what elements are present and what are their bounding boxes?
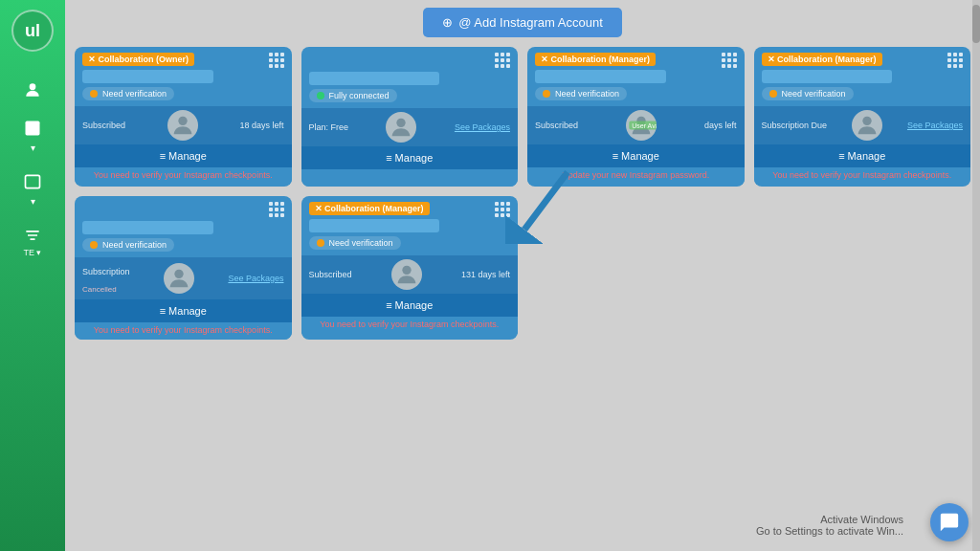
card-2-avatar [386,112,416,143]
svg-rect-2 [26,175,40,187]
card-5-see-packages-link[interactable]: See Packages [228,274,283,283]
card-5-info-left: Subscription [82,267,130,276]
card-1-info-left: Subscribed [82,121,125,130]
card-5-avatar [164,263,194,294]
card-5-manage-label: ≡ Manage [160,305,207,317]
card-4-manage-label: ≡ Manage [838,150,885,162]
card-1-status-dot [90,90,98,98]
sidebar-item-2[interactable]: ▾ [0,109,65,163]
card-5-info-row: Subscription Cancelled See Packages [75,257,292,299]
card-3-avatar: User Avatar [626,110,657,141]
card-5-username-bar [82,221,213,234]
card-3-user-avatar-overlay: User Avatar [629,121,657,130]
card-4-status-text: Need verification [782,89,846,99]
card-2-status: Fully connected [309,89,397,102]
card-6-header: ✕ Collaboration (Manager) Need verificat… [301,196,519,250]
card-4-info-row: Subscription Due See Packages [754,106,971,144]
card-5-info-sub: Cancelled [82,285,117,294]
sidebar-item-1[interactable] [0,71,65,109]
svg-point-4 [397,119,406,127]
card-2-manage-button[interactable]: ≡ Manage [301,146,519,169]
sidebar-logo[interactable]: ul [11,10,54,52]
card-3-info-right: days left [704,121,737,130]
svg-rect-1 [26,121,40,136]
card-4-avatar [852,110,882,141]
scrollbar[interactable] [972,0,980,551]
card-6-username-bar [309,219,440,232]
svg-point-8 [402,266,411,275]
card-2-username-bar [309,72,440,85]
scroll-thumb[interactable] [972,5,980,43]
card-5-status: Need verification [82,238,174,252]
main-content: ⊕ @ Add Instagram Account ✕ Collaboratio… [65,0,980,551]
card-6-info-row: Subscribed 131 days left [301,255,519,294]
card-2-status-dot [317,92,324,99]
card-5-warning: You need to verify your Instagram checkp… [75,322,292,340]
svg-point-3 [178,117,187,125]
account-card-1: ✕ Collaboration (Owner) Need verificatio… [75,47,292,187]
card-6-status-dot [317,239,324,247]
card-1-info-right: 18 days left [239,121,283,130]
card-3-warning: Update your new Instagram password. [527,167,745,185]
card-3-info-row: Subscribed User Avatar days left [527,106,745,144]
card-1-avatar [167,110,198,141]
card-4-manage-button[interactable]: ≡ Manage [754,144,971,167]
add-account-label: @ Add Instagram Account [458,15,603,30]
card-2-see-packages-link[interactable]: See Packages [455,122,510,132]
svg-point-7 [174,270,183,278]
card-4-status-dot [769,90,777,98]
card-3-header: ✕ Collaboration (Manager) Need verificat… [527,47,745,100]
top-cards-grid: ✕ Collaboration (Owner) Need verificatio… [75,47,970,187]
card-4-username-bar [762,70,893,83]
card-1-manage-button[interactable]: ≡ Manage [75,144,292,167]
card-4-dots[interactable] [947,53,963,68]
windows-activate-line2: Go to Settings to activate Win... [756,525,903,537]
card-2-dots[interactable] [495,53,510,68]
card-4-warning: You need to verify your Instagram checkp… [754,167,971,185]
card-1-status-text: Need verification [102,89,167,99]
sidebar-item-te[interactable]: TE ▾ [0,216,65,267]
add-instagram-account-button[interactable]: ⊕ @ Add Instagram Account [423,8,622,37]
card-2-status-text: Fully connected [329,91,390,100]
add-account-icon: ⊕ [442,15,453,30]
card-3-manage-button[interactable]: ≡ Manage [527,144,745,167]
account-card-3: ✕ Collaboration (Manager) Need verificat… [527,47,745,187]
sidebar-arrow-1: ▾ [31,143,35,153]
card-4-status: Need verification [762,87,854,100]
card-1-header: ✕ Collaboration (Owner) Need verificatio… [75,47,292,100]
card-2-info-left: Plan: Free [309,122,349,132]
card-5-manage-button[interactable]: ≡ Manage [75,299,292,322]
card-4-see-packages-link[interactable]: See Packages [907,121,963,130]
card-6-status: Need verification [309,236,401,250]
card-6-info-right: 131 days left [461,270,510,279]
account-card-6: ✕ Collaboration (Manager) Need verificat… [301,196,519,340]
logo-text: ul [25,21,40,41]
card-4-info-left: Subscription Due [762,121,828,130]
card-3-dots[interactable] [722,53,737,68]
card-3-info-left: Subscribed [535,121,578,130]
card-6-badge: ✕ Collaboration (Manager) [309,202,430,215]
card-1-dots[interactable] [269,53,284,68]
card-4-header: ✕ Collaboration (Manager) Need verificat… [754,47,971,100]
card-5-status-dot [90,241,98,249]
card-2-warning [301,169,519,187]
card-1-status: Need verification [82,87,174,100]
card-3-username-bar [535,70,666,83]
card-1-warning: You need to verify your Instagram checkp… [75,167,292,185]
card-2-info-row: Plan: Free See Packages [301,108,519,146]
chat-icon [939,512,960,533]
card-1-manage-label: ≡ Manage [160,150,207,162]
card-6-manage-label: ≡ Manage [386,299,433,311]
sidebar-item-3[interactable]: ▾ [0,163,65,216]
windows-activate-notice: Activate Windows Go to Settings to activ… [756,514,903,537]
account-card-2: Fully connected Plan: Free See Packages … [301,47,519,187]
card-6-dots[interactable] [495,202,510,217]
card-6-info-left: Subscribed [309,270,352,279]
card-5-header: Need verification [75,196,292,252]
windows-activate-line1: Activate Windows [756,514,903,525]
chat-button[interactable] [930,503,969,541]
card-6-avatar [391,259,422,290]
card-5-dots[interactable] [269,202,284,217]
card-6-manage-button[interactable]: ≡ Manage [301,294,519,317]
card-3-status: Need verification [535,87,627,100]
